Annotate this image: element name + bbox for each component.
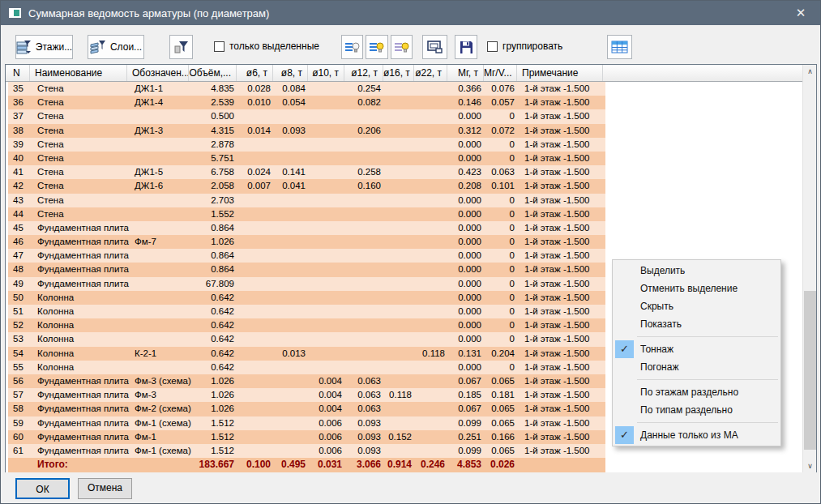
- table-cell[interactable]: [239, 138, 276, 152]
- menu-item[interactable]: Отменить выделение: [613, 280, 780, 297]
- table-cell[interactable]: [239, 152, 276, 165]
- table-cell[interactable]: 0.166: [486, 430, 520, 444]
- table-cell[interactable]: [386, 165, 417, 179]
- table-cell[interactable]: [130, 138, 191, 152]
- table-cell[interactable]: [276, 374, 310, 388]
- table-cell[interactable]: [239, 416, 276, 430]
- table-cell[interactable]: [417, 305, 450, 318]
- close-icon[interactable]: ✕: [791, 4, 810, 22]
- table-cell[interactable]: 50: [8, 291, 32, 305]
- menu-item[interactable]: Выделить: [613, 262, 780, 280]
- table-cell[interactable]: 0.000: [450, 263, 486, 276]
- table-cell[interactable]: 0.208: [450, 179, 486, 193]
- table-cell[interactable]: 0.006: [310, 430, 347, 444]
- table-row[interactable]: 42СтенаДЖ1-62.0580.0070.0410.1600.2080.1…: [8, 179, 605, 193]
- table-cell[interactable]: 0.006: [310, 416, 347, 430]
- table-cell[interactable]: 0.160: [347, 179, 386, 193]
- table-cell[interactable]: 0.642: [191, 347, 239, 361]
- table-cell[interactable]: [310, 332, 347, 346]
- table-cell[interactable]: [130, 152, 191, 165]
- table-cell[interactable]: 67.809: [191, 277, 239, 291]
- table-cell[interactable]: Фундаментная плита: [32, 430, 130, 444]
- table-cell[interactable]: 1-й этаж -1.500: [520, 263, 605, 276]
- table-cell[interactable]: 2.878: [191, 138, 239, 152]
- table-row[interactable]: 55Колонна0.6420.00001-й этаж -1.500: [8, 361, 605, 374]
- table-cell[interactable]: 0.000: [450, 277, 486, 291]
- table-row[interactable]: 53Колонна0.6420.00001-й этаж -1.500: [8, 332, 605, 346]
- table-cell[interactable]: 0.076: [486, 82, 520, 96]
- header-cell[interactable]: Примечание: [517, 65, 603, 81]
- only-selected-checkbox-box[interactable]: [214, 41, 224, 52]
- show-hidden-button[interactable]: [391, 35, 413, 59]
- table-cell[interactable]: [310, 138, 347, 152]
- table-cell[interactable]: [276, 361, 310, 374]
- table-cell[interactable]: [417, 179, 450, 193]
- table-cell[interactable]: 60: [8, 430, 32, 444]
- table-cell[interactable]: [130, 263, 191, 276]
- table-cell[interactable]: 57: [8, 388, 32, 402]
- table-cell[interactable]: [276, 388, 310, 402]
- table-cell[interactable]: 0: [486, 249, 520, 263]
- table-cell[interactable]: [130, 318, 191, 332]
- table-cell[interactable]: 0.063: [347, 388, 386, 402]
- table-cell[interactable]: 0.146: [450, 96, 486, 109]
- table-cell[interactable]: 1.026: [191, 235, 239, 249]
- table-cell[interactable]: 1-й этаж -1.500: [520, 124, 605, 138]
- table-cell[interactable]: 37: [8, 109, 32, 123]
- table-cell[interactable]: 1-й этаж -1.500: [520, 318, 605, 332]
- table-cell[interactable]: [417, 109, 450, 123]
- table-cell[interactable]: 0.131: [450, 347, 486, 361]
- table-cell[interactable]: ДЖ1-3: [130, 124, 191, 138]
- table-cell[interactable]: [239, 109, 276, 123]
- table-cell[interactable]: 0.118: [386, 388, 417, 402]
- copy-report-button[interactable]: [422, 35, 447, 59]
- table-cell[interactable]: 0: [486, 263, 520, 276]
- table-cell[interactable]: [347, 347, 386, 361]
- table-cell[interactable]: 0.000: [450, 305, 486, 318]
- table-cell[interactable]: 43: [8, 194, 32, 207]
- table-cell[interactable]: 0.864: [191, 263, 239, 276]
- table-cell[interactable]: 1.512: [191, 444, 239, 458]
- table-cell[interactable]: Фм-2 (схема): [130, 402, 191, 416]
- menu-item[interactable]: ✓Тоннаж: [613, 340, 780, 358]
- table-cell[interactable]: Фундаментная плита: [32, 263, 130, 276]
- table-cell[interactable]: [310, 347, 347, 361]
- table-cell[interactable]: 0.007: [239, 179, 276, 193]
- only-selected-checkbox[interactable]: только выделенные: [214, 41, 319, 52]
- table-cell[interactable]: [239, 388, 276, 402]
- table-cell[interactable]: [276, 305, 310, 318]
- table-cell[interactable]: 0.065: [486, 374, 520, 388]
- table-cell[interactable]: 0.063: [486, 165, 520, 179]
- table-cell[interactable]: [386, 207, 417, 221]
- table-row[interactable]: 49Фундаментная плита67.8090.00001-й этаж…: [8, 277, 605, 291]
- table-cell[interactable]: [239, 277, 276, 291]
- table-cell[interactable]: [239, 221, 276, 235]
- table-cell[interactable]: [386, 124, 417, 138]
- table-cell[interactable]: 0.312: [450, 124, 486, 138]
- table-cell[interactable]: 48: [8, 263, 32, 276]
- table-cell[interactable]: [386, 402, 417, 416]
- table-cell[interactable]: 0.084: [276, 82, 310, 96]
- table-cell[interactable]: [417, 361, 450, 374]
- table-cell[interactable]: 0.082: [347, 96, 386, 109]
- table-cell[interactable]: [310, 179, 347, 193]
- table-cell[interactable]: [386, 221, 417, 235]
- table-cell[interactable]: 47: [8, 249, 32, 263]
- table-cell[interactable]: 0.101: [486, 179, 520, 193]
- table-cell[interactable]: 0.000: [450, 332, 486, 346]
- table-cell[interactable]: 0.864: [191, 249, 239, 263]
- table-cell[interactable]: 0.065: [486, 444, 520, 458]
- table-cell[interactable]: 1-й этаж -1.500: [520, 152, 605, 165]
- table-cell[interactable]: 0.013: [276, 347, 310, 361]
- table-cell[interactable]: 0.067: [450, 402, 486, 416]
- table-cell[interactable]: 52: [8, 318, 32, 332]
- header-cell[interactable]: ø12, т: [344, 65, 383, 81]
- table-cell[interactable]: 0.423: [450, 165, 486, 179]
- header-cell[interactable]: ø10, т: [308, 65, 344, 81]
- table-cell[interactable]: [417, 235, 450, 249]
- table-row[interactable]: 57Фундаментная плитаФм-31.0260.0040.0630…: [8, 388, 605, 402]
- table-cell[interactable]: [239, 207, 276, 221]
- table-row[interactable]: 38СтенаДЖ1-34.3150.0140.0930.2060.3120.0…: [8, 124, 605, 138]
- table-cell[interactable]: 53: [8, 332, 32, 346]
- table-cell[interactable]: 1-й этаж -1.500: [520, 374, 605, 388]
